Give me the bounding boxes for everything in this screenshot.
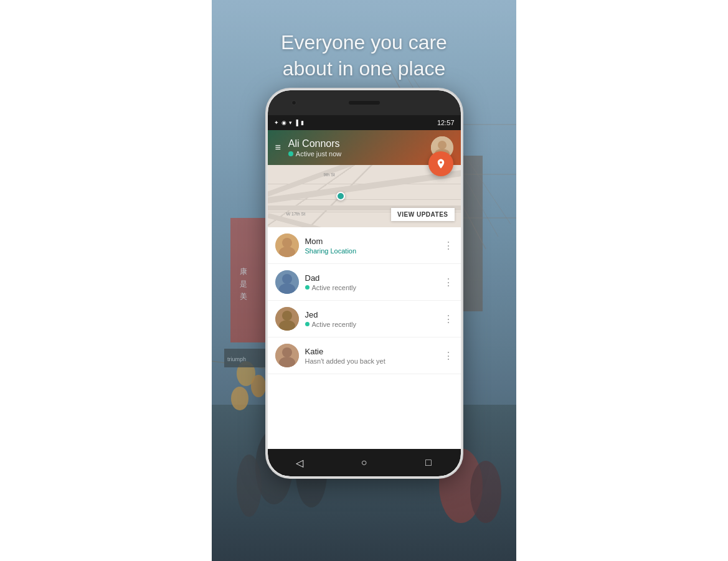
status-icons-left: ✦ ◉ ▾ ▐ ▮ xyxy=(274,120,304,126)
header-contact-name: Ali Connors xyxy=(288,138,423,149)
bg-right xyxy=(516,0,728,561)
page-container: 康 是 美 triumph xyxy=(0,0,728,561)
back-icon: ◁ xyxy=(296,457,303,469)
contact-status-jed: Active recently xyxy=(305,321,437,328)
svg-point-39 xyxy=(282,347,292,357)
more-icon-mom[interactable]: ⋮ xyxy=(443,240,453,252)
contact-status-text-mom: Sharing Location xyxy=(305,247,357,255)
svg-point-19 xyxy=(470,461,501,523)
map-road-1 xyxy=(268,167,461,206)
contacts-list: Mom Sharing Location ⋮ Dad xyxy=(268,227,461,449)
bluetooth-icon: ✦ xyxy=(274,120,279,126)
avatar-katie xyxy=(275,344,299,367)
recents-icon: □ xyxy=(425,457,432,468)
contact-info-jed: Jed Active recently xyxy=(305,310,437,328)
home-icon: ○ xyxy=(361,457,367,468)
avatar-jed xyxy=(275,307,299,331)
phone-speaker xyxy=(349,101,380,105)
app-header: ≡ Ali Connors Active just now xyxy=(268,130,461,165)
location-fab[interactable] xyxy=(428,151,453,176)
active-status-dot xyxy=(288,151,293,156)
bg-left xyxy=(0,0,212,561)
contact-status-katie: Hasn't added you back yet xyxy=(305,357,437,365)
contact-info-katie: Katie Hasn't added you back yet xyxy=(305,347,437,365)
map-street-label: W 17th St xyxy=(286,212,306,216)
contact-item-jed[interactable]: Jed Active recently ⋮ xyxy=(268,301,461,337)
status-bar: ✦ ◉ ▾ ▐ ▮ 12:57 xyxy=(268,115,461,130)
phone-camera xyxy=(291,100,296,105)
contact-name-dad: Dad xyxy=(305,273,437,283)
svg-text:康: 康 xyxy=(240,267,247,276)
nav-bar: ◁ ○ □ xyxy=(268,449,461,476)
contact-status-text-jed: Active recently xyxy=(312,321,357,328)
contact-info-dad: Dad Active recently xyxy=(305,273,437,291)
svg-text:美: 美 xyxy=(240,292,247,301)
signal-icon: ▐ xyxy=(295,120,298,126)
active-dot-jed xyxy=(305,322,310,326)
svg-point-17 xyxy=(237,455,262,517)
map-area[interactable]: W 17th St 9th St VIEW UPDATES xyxy=(268,165,461,227)
menu-icon[interactable]: ≡ xyxy=(275,142,281,153)
contact-status-text-dad: Active recently xyxy=(312,284,357,291)
wifi-icon: ▾ xyxy=(289,120,292,126)
contact-item-mom[interactable]: Mom Sharing Location ⋮ xyxy=(268,227,461,264)
avatar-mom xyxy=(275,233,299,257)
svg-point-33 xyxy=(282,274,292,284)
battery-icon: ▮ xyxy=(301,120,304,126)
contact-name-katie: Katie xyxy=(305,347,437,356)
contact-name-jed: Jed xyxy=(305,310,437,319)
header-title-area: Ali Connors Active just now xyxy=(288,138,423,158)
svg-text:是: 是 xyxy=(240,280,247,288)
phone-device: ✦ ◉ ▾ ▐ ▮ 12:57 ≡ Ali Connors Active jus… xyxy=(268,90,461,476)
headline-text: Everyone you care about in one place xyxy=(281,31,447,80)
contact-info-mom: Mom Sharing Location xyxy=(305,237,437,255)
header-status-text: Active just now xyxy=(296,150,341,158)
view-updates-button[interactable]: VIEW UPDATES xyxy=(391,208,454,221)
avatar-dad xyxy=(275,270,299,294)
home-button[interactable]: ○ xyxy=(351,450,376,475)
svg-point-21 xyxy=(251,375,266,397)
contact-item-dad[interactable]: Dad Active recently ⋮ xyxy=(268,264,461,301)
headline: Everyone you care about in one place xyxy=(265,30,464,82)
svg-point-27 xyxy=(438,141,447,149)
svg-point-30 xyxy=(282,238,292,248)
contact-status-mom: Sharing Location xyxy=(305,247,437,255)
recents-button[interactable]: □ xyxy=(416,450,441,475)
contact-name-mom: Mom xyxy=(305,237,437,246)
contact-status-text-katie: Hasn't added you back yet xyxy=(305,357,385,365)
status-time: 12:57 xyxy=(437,119,455,126)
svg-rect-4 xyxy=(230,218,268,342)
back-button[interactable]: ◁ xyxy=(287,450,312,475)
svg-text:triumph: triumph xyxy=(227,356,246,362)
more-icon-dad[interactable]: ⋮ xyxy=(443,276,453,288)
more-icon-jed[interactable]: ⋮ xyxy=(443,313,453,325)
more-icon-katie[interactable]: ⋮ xyxy=(443,350,453,362)
svg-point-22 xyxy=(231,387,248,410)
circle-icon: ◉ xyxy=(281,120,286,126)
svg-point-36 xyxy=(282,311,292,321)
contact-item-katie[interactable]: Katie Hasn't added you back yet ⋮ xyxy=(268,337,461,374)
phone-top-bezel xyxy=(268,90,461,115)
active-dot-dad xyxy=(305,285,310,290)
map-street-label-9th: 9th St xyxy=(324,172,335,177)
contact-status-dad: Active recently xyxy=(305,284,437,291)
map-user-dot xyxy=(336,192,345,200)
header-status: Active just now xyxy=(288,150,423,158)
